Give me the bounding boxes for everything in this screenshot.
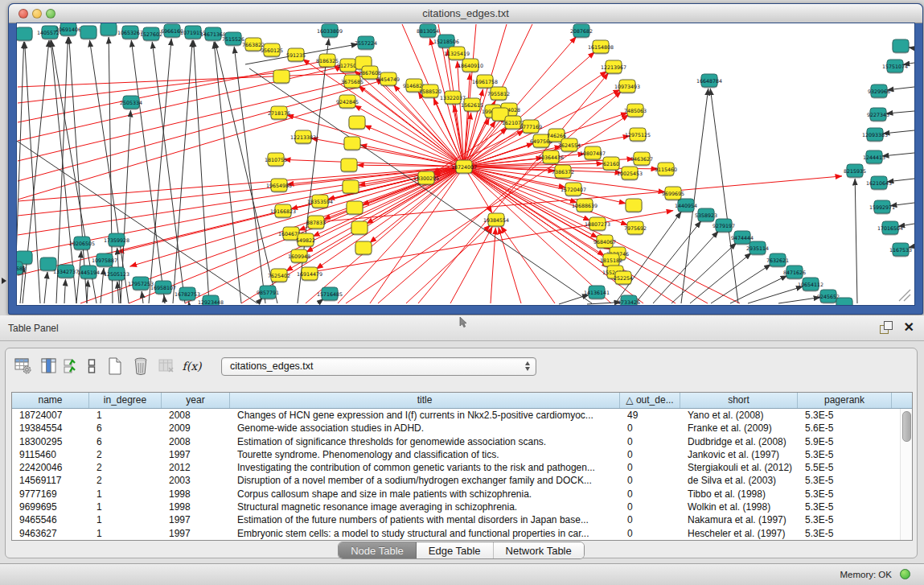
column-header-pagerank[interactable]: pagerank <box>798 393 892 408</box>
table-cell[interactable]: 9777169 <box>12 488 89 501</box>
table-cell[interactable]: Hescheler et al. (1997) <box>680 527 798 540</box>
table-cell[interactable]: 2008 <box>162 409 230 422</box>
graph-node[interactable]: 15992971 <box>869 200 895 213</box>
graph-node[interactable]: 8471626 <box>783 266 806 278</box>
table-cell[interactable]: 2 <box>89 474 162 487</box>
table-cell[interactable]: Investigating the contribution of common… <box>230 461 620 474</box>
table-cell[interactable]: 1 <box>89 513 162 526</box>
table-cell[interactable]: 5.6E-5 <box>798 422 892 435</box>
table-cell[interactable]: 1997 <box>162 513 230 526</box>
graph-node[interactable] <box>836 298 852 305</box>
graph-node[interactable] <box>349 116 365 129</box>
table-cell[interactable]: Wolkin et al. (1998) <box>680 501 798 513</box>
table-cell[interactable]: Genome-wide association studies in ADHD. <box>230 422 620 435</box>
table-cell[interactable]: 14569117 <box>12 474 89 487</box>
table-cell[interactable]: 0 <box>620 527 680 540</box>
table-cell[interactable]: 5.3E-5 <box>798 527 892 540</box>
table-cell[interactable]: Franke et al. (2009) <box>680 422 798 435</box>
graph-node[interactable]: 8186325 <box>316 54 339 67</box>
import-table-button[interactable] <box>155 356 177 377</box>
tab-edge-table[interactable]: Edge Table <box>416 542 493 558</box>
table-cell[interactable]: 0 <box>620 422 680 435</box>
graph-node[interactable]: 8454749 <box>377 72 400 85</box>
graph-node[interactable] <box>355 241 372 254</box>
graph-node[interactable]: 10975887 <box>92 253 117 266</box>
table-cell[interactable]: 0 <box>620 513 680 526</box>
column-header-name[interactable]: name <box>12 393 89 408</box>
table-row[interactable]: 977716911998Corpus callosum shape and si… <box>12 488 912 501</box>
table-row[interactable]: 2242004622012Investigating the contribut… <box>12 461 912 474</box>
column-header-out-de[interactable]: △ out_de... <box>620 393 680 408</box>
float-panel-button[interactable] <box>880 321 893 335</box>
graph-node[interactable] <box>344 137 360 150</box>
table-cell[interactable]: 2 <box>89 448 162 461</box>
tab-network-table[interactable]: Network Table <box>493 542 584 558</box>
graph-node[interactable]: 62160 <box>603 157 619 170</box>
scrollbar-thumb[interactable] <box>902 411 911 442</box>
table-cell[interactable]: Nakamura et al. (1997) <box>680 513 798 526</box>
graph-node[interactable]: 16648784 <box>696 74 722 87</box>
column-header-title[interactable]: title <box>230 393 620 408</box>
table-cell[interactable]: Yano et al. (2008) <box>680 409 798 422</box>
graph-node[interactable]: 1527602 <box>140 27 162 40</box>
table-cell[interactable]: 9465546 <box>12 513 89 526</box>
graph-node[interactable]: 9777169 <box>519 120 542 133</box>
graph-node[interactable]: 17016504 <box>877 221 903 234</box>
table-cell[interactable]: 0 <box>620 448 680 461</box>
graph-node[interactable]: 15751074 <box>882 60 908 72</box>
table-row[interactable]: 1938455462009Genome-wide association stu… <box>12 422 912 435</box>
table-cell[interactable]: 1 <box>89 527 162 540</box>
graph-node[interactable]: 9227343 <box>867 108 889 121</box>
column-header-short[interactable]: short <box>680 393 798 408</box>
graph-node[interactable]: 10688639 <box>572 199 598 212</box>
graph-node[interactable]: 549822 <box>296 233 315 246</box>
table-row[interactable]: 1456911722003Disruption of a novel membe… <box>12 474 912 487</box>
graph-node[interactable]: 12923448 <box>198 295 224 305</box>
tab-node-table[interactable]: Node Table <box>339 542 416 558</box>
table-row[interactable]: 911546021997Tourette syndrome. Phenomeno… <box>12 448 912 461</box>
graph-node[interactable]: 7386372 <box>552 165 574 178</box>
table-cell[interactable]: 0 <box>620 435 680 448</box>
table-cell[interactable]: 18724007 <box>12 409 89 422</box>
graph-node[interactable]: 16033809 <box>317 24 343 37</box>
graph-node[interactable]: 15716485 <box>317 287 343 300</box>
close-panel-icon[interactable]: ✕ <box>904 319 914 336</box>
table-panel-titlebar[interactable]: Table Panel ✕ <box>0 315 924 341</box>
graph-node[interactable]: 887833 <box>306 216 326 229</box>
graph-node[interactable]: 5358923 <box>695 208 717 221</box>
graph-node[interactable]: 19384554 <box>483 213 509 226</box>
table-cell[interactable]: 6 <box>89 422 162 435</box>
graph-node[interactable]: 1733426 <box>618 295 640 305</box>
graph-node[interactable]: 3675685 <box>341 75 363 88</box>
graph-node[interactable]: 10807487 <box>580 146 606 159</box>
table-cell[interactable]: 49 <box>620 409 680 422</box>
graph-node[interactable] <box>626 199 642 212</box>
table-row[interactable]: 946554611997Estimation of the future num… <box>12 513 912 526</box>
table-cell[interactable]: 22420046 <box>12 461 89 474</box>
table-row[interactable]: 946362711997Embryonic stem cells: a mode… <box>12 527 912 540</box>
graph-node[interactable]: 12505123 <box>104 267 129 280</box>
table-cell[interactable]: 5.3E-5 <box>798 474 892 487</box>
graph-node[interactable]: 7515526 <box>222 32 244 45</box>
table-cell[interactable]: 9699695 <box>12 501 89 513</box>
table-cell[interactable]: Tibbo et al. (1998) <box>680 488 798 501</box>
table-cell[interactable]: Dudbridge et al. (2008) <box>680 435 798 448</box>
graph-node[interactable]: 11325419 <box>444 47 470 60</box>
table-cell[interactable]: Corpus callosum shape and size in male p… <box>230 488 620 501</box>
graph-node[interactable] <box>343 180 359 193</box>
table-cell[interactable]: 5.9E-5 <box>798 435 892 448</box>
graph-node[interactable]: 18640910 <box>458 59 483 72</box>
table-row[interactable]: 1830029562008Estimation of significance … <box>12 435 912 448</box>
column-header-year[interactable]: year <box>162 393 230 408</box>
graph-node[interactable] <box>80 26 97 39</box>
table-cell[interactable]: 5.3E-5 <box>798 513 892 526</box>
graph-node[interactable]: 7557224 <box>355 36 377 49</box>
graph-node[interactable]: 16210643 <box>866 176 892 189</box>
network-canvas[interactable]: 1405572420691406106532671527602696616010… <box>17 23 914 305</box>
table-cell[interactable]: 0 <box>620 501 680 513</box>
graph-node[interactable]: 9279197 <box>713 219 735 232</box>
graph-node[interactable]: 9684067 <box>593 235 616 248</box>
table-cell[interactable]: 0 <box>620 474 680 487</box>
graph-node[interactable]: 7625402 <box>268 269 290 282</box>
table-cell[interactable]: 19384554 <box>12 422 89 435</box>
